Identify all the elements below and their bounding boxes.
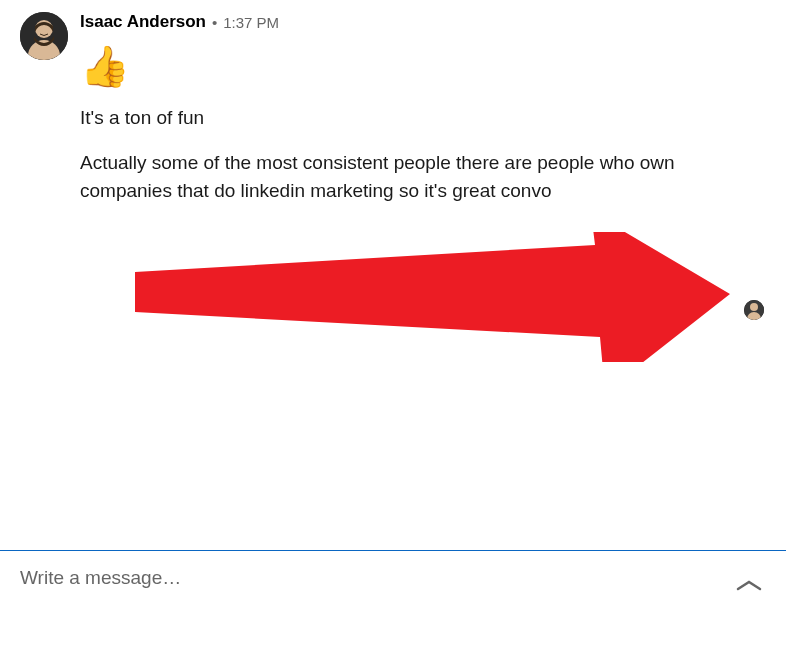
bullet-separator: • — [212, 14, 217, 31]
message-area: Isaac Anderson • 1:37 PM 👍 It's a ton of… — [0, 0, 786, 230]
message-timestamp: 1:37 PM — [223, 14, 279, 31]
svg-marker-6 — [135, 232, 730, 362]
annotation-arrow — [135, 232, 735, 366]
sender-name[interactable]: Isaac Anderson — [80, 12, 206, 32]
collapse-icon[interactable] — [732, 567, 766, 603]
svg-point-4 — [750, 303, 758, 311]
message-text-1: It's a ton of fun — [80, 104, 766, 133]
sender-avatar[interactable] — [20, 12, 68, 60]
sender-line: Isaac Anderson • 1:37 PM — [80, 12, 766, 32]
message-content: Isaac Anderson • 1:37 PM 👍 It's a ton of… — [80, 12, 766, 222]
thumbs-up-emoji: 👍 — [80, 46, 766, 86]
message-text-2: Actually some of the most consistent peo… — [80, 149, 766, 206]
message-header: Isaac Anderson • 1:37 PM 👍 It's a ton of… — [20, 12, 766, 222]
compose-area[interactable]: Write a message… — [0, 551, 786, 653]
compose-placeholder[interactable]: Write a message… — [20, 567, 181, 589]
read-receipt-avatar[interactable] — [744, 300, 764, 320]
